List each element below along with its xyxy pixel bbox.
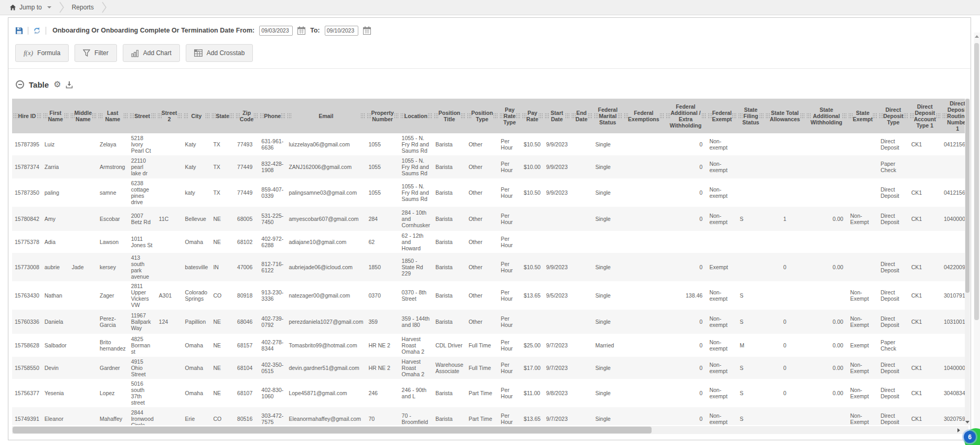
column-drag-handle[interactable] bbox=[123, 113, 127, 119]
column-drag-handle[interactable] bbox=[588, 113, 592, 119]
column-drag-handle[interactable] bbox=[64, 113, 68, 119]
column-drag-handle[interactable] bbox=[43, 113, 47, 119]
column-drag-handle[interactable] bbox=[522, 113, 526, 119]
column-header-city[interactable]: City bbox=[183, 99, 211, 133]
column-drag-handle[interactable] bbox=[367, 113, 371, 119]
date-to-input[interactable] bbox=[325, 26, 358, 36]
column-drag-handle[interactable] bbox=[229, 113, 233, 119]
column-drag-handle[interactable] bbox=[493, 113, 497, 119]
column-drag-handle[interactable] bbox=[287, 113, 291, 119]
column-drag-handle[interactable] bbox=[879, 113, 883, 119]
column-header-federal-additional-extra-withholding[interactable]: Federal Additional / Extra Withholding bbox=[665, 99, 707, 133]
column-drag-handle[interactable] bbox=[394, 113, 398, 119]
table-horizontal-scrollbar[interactable] bbox=[12, 426, 968, 434]
column-drag-handle[interactable] bbox=[842, 113, 846, 119]
column-header-first-name[interactable]: First Name bbox=[42, 99, 69, 133]
column-drag-handle[interactable] bbox=[151, 113, 155, 119]
column-header-state[interactable]: State bbox=[210, 99, 235, 133]
column-drag-handle[interactable] bbox=[848, 113, 853, 119]
column-header-state-filing-status[interactable]: State Filing Status bbox=[737, 99, 764, 133]
column-drag-handle[interactable] bbox=[211, 113, 216, 119]
column-drag-handle[interactable] bbox=[903, 113, 908, 119]
column-drag-handle[interactable] bbox=[759, 113, 763, 119]
column-drag-handle[interactable] bbox=[400, 113, 404, 119]
column-header-direct-deposit-account-type-1[interactable]: Direct Deposit Account Type 1 bbox=[909, 99, 941, 133]
scroll-up-arrow-icon[interactable] bbox=[975, 35, 979, 38]
column-drag-handle[interactable] bbox=[428, 113, 432, 119]
column-header-middle-name[interactable]: Middle Name bbox=[69, 99, 97, 133]
column-drag-handle[interactable] bbox=[157, 113, 162, 119]
column-header-street-2[interactable]: Street 2 bbox=[156, 99, 183, 133]
page-scrollbar-thumb[interactable] bbox=[974, 43, 979, 320]
add-chart-button[interactable]: Add Chart bbox=[123, 44, 180, 62]
column-drag-handle[interactable] bbox=[236, 113, 240, 119]
column-drag-handle[interactable] bbox=[184, 113, 188, 119]
column-header-phone[interactable]: Phone bbox=[259, 99, 286, 133]
column-drag-handle[interactable] bbox=[538, 113, 542, 119]
column-drag-handle[interactable] bbox=[37, 113, 41, 119]
column-drag-handle[interactable] bbox=[617, 113, 622, 119]
column-drag-handle[interactable] bbox=[92, 113, 96, 119]
breadcrumb-jump-to[interactable]: Jump to bbox=[9, 4, 51, 11]
column-header-direct-deposit-type[interactable]: Direct Deposit Type bbox=[878, 99, 909, 133]
scroll-down-arrow-icon[interactable] bbox=[965, 421, 970, 423]
column-drag-handle[interactable] bbox=[13, 113, 17, 119]
column-header-position-title[interactable]: Position Title bbox=[433, 99, 466, 133]
column-header-hire-id[interactable]: Hire ID bbox=[12, 99, 42, 133]
save-button[interactable] bbox=[15, 27, 23, 35]
date-from-input[interactable] bbox=[259, 26, 293, 36]
column-header-start-date[interactable]: Start Date bbox=[544, 99, 570, 133]
column-header-federal-exempt[interactable]: Federal Exempt bbox=[707, 99, 737, 133]
calendar-icon[interactable] bbox=[297, 26, 305, 35]
filter-button[interactable]: Filter bbox=[74, 44, 117, 62]
page-scrollbar[interactable] bbox=[974, 33, 980, 445]
column-drag-handle[interactable] bbox=[499, 113, 504, 119]
column-header-position-type[interactable]: Position Type bbox=[466, 99, 498, 133]
column-drag-handle[interactable] bbox=[806, 113, 811, 119]
column-header-state-additional-withholding[interactable]: State Additional Withholding bbox=[805, 99, 848, 133]
column-drag-handle[interactable] bbox=[571, 113, 576, 119]
column-drag-handle[interactable] bbox=[738, 113, 742, 119]
column-header-email[interactable]: Email bbox=[286, 99, 366, 133]
column-drag-handle[interactable] bbox=[434, 113, 438, 119]
calendar-icon[interactable] bbox=[363, 26, 371, 35]
column-drag-handle[interactable] bbox=[910, 113, 914, 119]
column-header-federal-marital-status[interactable]: Federal Marital Status bbox=[593, 99, 623, 133]
column-drag-handle[interactable] bbox=[659, 113, 664, 119]
vertical-scrollbar-thumb[interactable] bbox=[965, 99, 970, 293]
column-drag-handle[interactable] bbox=[936, 113, 940, 119]
column-drag-handle[interactable] bbox=[281, 113, 285, 119]
column-header-state-exempt[interactable]: State Exempt bbox=[847, 99, 878, 133]
column-drag-handle[interactable] bbox=[130, 113, 134, 119]
column-drag-handle[interactable] bbox=[732, 113, 736, 119]
column-header-street[interactable]: Street bbox=[129, 99, 156, 133]
breadcrumb-reports[interactable]: Reports bbox=[72, 4, 94, 11]
refresh-button[interactable] bbox=[33, 27, 41, 35]
table-vertical-scrollbar[interactable] bbox=[965, 99, 970, 425]
column-header-federal-exemptions[interactable]: Federal Exemptions bbox=[623, 99, 665, 133]
column-drag-handle[interactable] bbox=[800, 113, 804, 119]
scroll-right-arrow-icon[interactable] bbox=[957, 428, 960, 432]
column-header-pay-rate-type[interactable]: Pay Rate Type bbox=[498, 99, 521, 133]
column-drag-handle[interactable] bbox=[177, 113, 182, 119]
formula-button[interactable]: f(x) Formula bbox=[15, 44, 69, 62]
column-drag-handle[interactable] bbox=[467, 113, 471, 119]
column-drag-handle[interactable] bbox=[545, 113, 549, 119]
column-header-end-date[interactable]: End Date bbox=[570, 99, 593, 133]
column-drag-handle[interactable] bbox=[624, 113, 628, 119]
column-drag-handle[interactable] bbox=[360, 113, 365, 119]
column-drag-handle[interactable] bbox=[942, 113, 946, 119]
column-drag-handle[interactable] bbox=[666, 113, 670, 119]
column-drag-handle[interactable] bbox=[516, 113, 520, 119]
column-drag-handle[interactable] bbox=[565, 113, 569, 119]
column-drag-handle[interactable] bbox=[461, 113, 465, 119]
notification-badge[interactable]: 6 bbox=[964, 431, 976, 443]
column-drag-handle[interactable] bbox=[765, 113, 770, 119]
column-drag-handle[interactable] bbox=[98, 113, 102, 119]
horizontal-scrollbar-thumb[interactable] bbox=[13, 427, 652, 433]
gear-icon[interactable]: ⚙ bbox=[54, 80, 61, 89]
column-header-property-number[interactable]: Property Number bbox=[366, 99, 399, 133]
column-drag-handle[interactable] bbox=[594, 113, 598, 119]
column-header-state-total-allowances[interactable]: State Total Allowances bbox=[764, 99, 805, 133]
column-drag-handle[interactable] bbox=[701, 113, 706, 119]
